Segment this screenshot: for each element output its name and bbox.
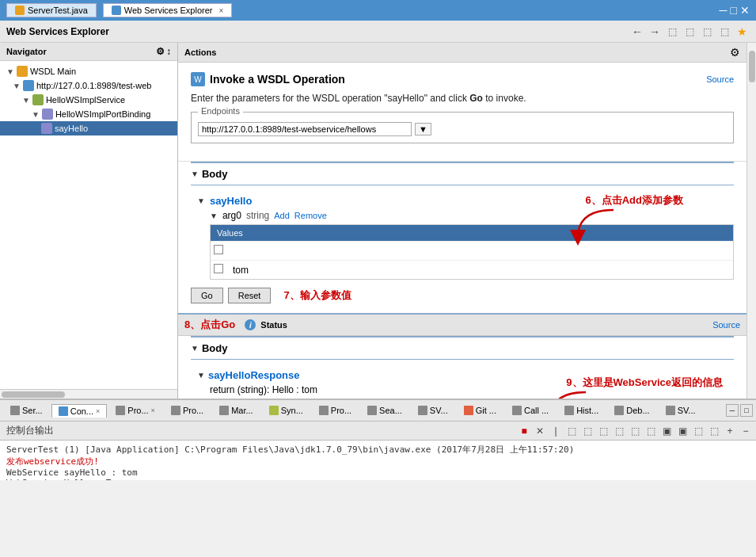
tab-hist[interactable]: Hist... <box>557 403 606 418</box>
server-test-icon <box>15 6 25 15</box>
tab-sv2[interactable]: SV... <box>659 403 703 418</box>
tree-item-wsdl-main[interactable]: ▼ WSDL Main <box>0 64 177 78</box>
tab-call[interactable]: Call ... <box>505 403 556 418</box>
sea-tab-label: Sea... <box>379 406 402 415</box>
actions-scrollbar[interactable] <box>747 43 756 399</box>
console-btn1[interactable]: | <box>549 424 563 438</box>
toolbar-btn1[interactable]: ⬚ <box>664 24 680 40</box>
tab-web-services[interactable]: Web Services Explorer × <box>103 3 233 17</box>
checkbox-icon-tom[interactable] <box>214 264 223 273</box>
console-output: ServerTest (1) [Java Application] C:\Pro… <box>0 441 756 480</box>
tab-deb[interactable]: Deb... <box>607 403 656 418</box>
pro2-tab-label: Pro... <box>183 406 203 415</box>
tab-console[interactable]: Con... × <box>51 404 108 418</box>
checkbox-empty[interactable] <box>211 242 226 260</box>
tab-web-services-close[interactable]: × <box>218 6 223 15</box>
prog-tab-label: Pro... <box>331 406 351 415</box>
response-collapse[interactable]: ▼ <box>197 371 205 380</box>
say-hello-link[interactable]: sayHello <box>210 195 252 207</box>
close-icon[interactable]: ✕ <box>740 4 750 17</box>
tab-git[interactable]: Git ... <box>457 403 503 418</box>
remove-link[interactable]: Remove <box>294 211 327 220</box>
endpoints-row: ▼ <box>198 122 727 136</box>
tom-input[interactable] <box>233 265 727 276</box>
console-btn6[interactable]: ⬚ <box>628 424 642 438</box>
console-btn7[interactable]: ⬚ <box>644 424 658 438</box>
console-btn10[interactable]: ⬚ <box>691 424 705 438</box>
scrollbar-thumb[interactable] <box>2 391 65 398</box>
arg0-label: arg0 <box>222 210 241 221</box>
clear-btn[interactable]: ✕ <box>533 424 547 438</box>
nav-icon1[interactable]: ⚙ <box>156 46 165 57</box>
console-line2: 发布webservice成功! <box>6 456 750 467</box>
back-button[interactable]: ← <box>629 24 645 40</box>
tom-cell[interactable] <box>226 262 733 278</box>
console-tab-close[interactable]: × <box>96 407 100 415</box>
console-btn5[interactable]: ⬚ <box>612 424 626 438</box>
endpoint-input[interactable] <box>198 122 412 136</box>
maximize-panel-btn[interactable]: □ <box>740 404 753 417</box>
checkbox-tom[interactable] <box>211 261 226 279</box>
minimize-icon[interactable]: ─ <box>720 4 728 17</box>
call-tab-label: Call ... <box>524 406 549 415</box>
tab-sv1[interactable]: SV... <box>411 403 455 418</box>
nav-icon2[interactable]: ↕ <box>166 46 171 57</box>
response-body-collapse[interactable]: ▼ <box>191 344 199 353</box>
endpoint-dropdown[interactable]: ▼ <box>415 123 431 135</box>
tab-mar[interactable]: Mar... <box>212 403 260 418</box>
add-link[interactable]: Add <box>274 211 290 220</box>
service-label: HelloWSImplService <box>46 95 125 105</box>
tab-server-test[interactable]: ServerTest.java <box>6 3 97 17</box>
console-btn9[interactable]: ▣ <box>675 424 690 438</box>
sv2-tab-label: SV... <box>678 406 696 415</box>
scrollbar-thumb-v[interactable] <box>749 51 755 82</box>
actions-settings-icon[interactable]: ⚙ <box>730 46 740 59</box>
pro1-tab-icon <box>116 406 125 415</box>
forward-button[interactable]: → <box>647 24 663 40</box>
pro1-tab-close[interactable]: × <box>151 406 155 414</box>
console-btn11[interactable]: ⬚ <box>707 424 721 438</box>
body-section: ▼ Body ▼ sayHello ▼ arg0 <box>178 162 747 313</box>
status-source-link[interactable]: Source <box>712 320 740 330</box>
console-btn13[interactable]: − <box>739 424 753 438</box>
main-toolbar: Web Services Explorer ← → ⬚ ⬚ ⬚ ⬚ ★ <box>0 21 756 43</box>
navigator-scrollbar[interactable] <box>0 389 177 399</box>
console-line3: WebService sayHello : tom <box>6 467 750 478</box>
tree-item-say-hello[interactable]: sayHello <box>0 121 177 135</box>
body-collapse-arrow[interactable]: ▼ <box>191 170 199 178</box>
navigator-icons: ⚙ ↕ <box>156 46 171 57</box>
minimize-panel-btn[interactable]: ─ <box>726 404 739 417</box>
tab-pro2[interactable]: Pro... <box>164 403 211 418</box>
tab-syn[interactable]: Syn... <box>262 403 310 418</box>
tab-pro1[interactable]: Pro... × <box>108 403 162 418</box>
stop-btn[interactable]: ■ <box>517 424 531 438</box>
arg0-collapse[interactable]: ▼ <box>210 212 218 220</box>
console-btn8[interactable]: ▣ <box>659 424 674 438</box>
server-tab-label: Ser... <box>22 406 43 415</box>
console-btn3[interactable]: ⬚ <box>580 424 595 438</box>
say-hello-collapse[interactable]: ▼ <box>197 196 205 205</box>
response-label[interactable]: sayHelloResponse <box>208 369 300 381</box>
console-btn2[interactable]: ⬚ <box>564 424 579 438</box>
wsdl-source-link[interactable]: Source <box>706 74 734 84</box>
toolbar-btn4[interactable]: ⬚ <box>716 24 732 40</box>
console-btn12[interactable]: + <box>723 424 737 438</box>
tab-server-test-label: ServerTest.java <box>28 6 88 15</box>
console-btn4[interactable]: ⬚ <box>596 424 610 438</box>
favorites-button[interactable]: ★ <box>734 24 750 40</box>
tab-prog[interactable]: Pro... <box>312 403 359 418</box>
checkbox-icon-empty[interactable] <box>214 245 223 254</box>
reset-button[interactable]: Reset <box>228 288 272 303</box>
go-button[interactable]: Go <box>191 288 223 303</box>
toolbar-btn3[interactable]: ⬚ <box>699 24 715 40</box>
call-tab-icon <box>512 406 522 415</box>
sv2-tab-icon <box>666 406 675 415</box>
tab-sea[interactable]: Sea... <box>360 403 409 418</box>
toolbar-btn2[interactable]: ⬚ <box>682 24 697 40</box>
tree-item-binding[interactable]: ▼ HelloWSImplPortBinding <box>0 107 177 121</box>
tree-item-url[interactable]: ▼ http://127.0.0.1:8989/test-web <box>0 78 177 93</box>
tree-item-service[interactable]: ▼ HelloWSImplService <box>0 93 177 107</box>
console-toolbar: 控制台输出 ■ ✕ | ⬚ ⬚ ⬚ ⬚ ⬚ ⬚ ▣ ▣ ⬚ ⬚ + − <box>0 422 756 441</box>
maximize-icon[interactable]: □ <box>731 4 737 17</box>
tab-server[interactable]: Ser... <box>3 403 50 418</box>
